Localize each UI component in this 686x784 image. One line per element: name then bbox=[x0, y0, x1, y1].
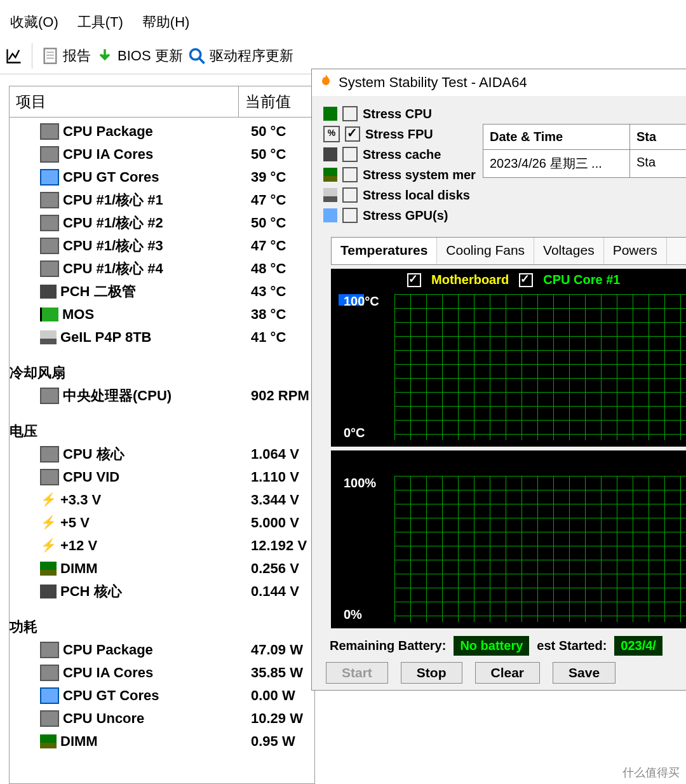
tab-voltages[interactable]: Voltages bbox=[534, 238, 604, 264]
chip-icon bbox=[40, 388, 59, 404]
svg-line-5 bbox=[199, 58, 204, 64]
col-date-time[interactable]: Date & Time bbox=[483, 125, 630, 149]
sensor-row[interactable]: CPU Uncore10.29 W bbox=[10, 707, 314, 730]
sensor-row[interactable]: ⚡+3.3 V3.344 V bbox=[10, 489, 314, 511]
menu-tools[interactable]: 工具(T) bbox=[77, 13, 123, 32]
sensor-row[interactable]: PCH 核心0.144 V bbox=[10, 580, 314, 603]
drive-icon bbox=[323, 188, 337, 202]
sensor-row[interactable]: DIMM0.95 W bbox=[10, 730, 314, 753]
stress-checkbox[interactable] bbox=[342, 187, 358, 203]
ram-icon bbox=[40, 734, 57, 748]
chip-icon bbox=[40, 446, 59, 463]
stress-option[interactable]: Stress GPU(s) bbox=[323, 205, 686, 226]
sensor-row[interactable]: ⚡+5 V5.000 V bbox=[10, 511, 314, 534]
sensor-row[interactable]: CPU GT Cores39 °C bbox=[10, 166, 314, 189]
sensor-row[interactable]: CPU VID1.110 V bbox=[10, 466, 314, 489]
watermark: 什么值得买 bbox=[622, 765, 680, 780]
legend-cpu-core1[interactable]: CPU Core #1 bbox=[543, 273, 620, 287]
sensor-row[interactable]: ⚡+12 V12.192 V bbox=[10, 534, 314, 557]
drive-icon bbox=[40, 330, 57, 344]
menu-help[interactable]: 帮助(H) bbox=[142, 13, 190, 32]
cpu-icon bbox=[323, 107, 337, 121]
col-status[interactable]: Sta bbox=[630, 125, 662, 149]
section-header: 电压 bbox=[10, 420, 314, 443]
sensor-row[interactable]: CPU #1/核心 #448 °C bbox=[10, 257, 314, 280]
stress-checkbox[interactable] bbox=[345, 126, 360, 142]
sensor-row[interactable]: 中央处理器(CPU)902 RPM bbox=[10, 384, 314, 407]
tab-temperatures[interactable]: Temperatures bbox=[332, 238, 437, 264]
stress-checkbox[interactable] bbox=[342, 208, 358, 223]
sensor-row[interactable]: CPU #1/核心 #250 °C bbox=[10, 212, 314, 234]
report-button[interactable]: 报告 bbox=[41, 46, 91, 65]
gpu-icon bbox=[323, 208, 337, 222]
chip-icon bbox=[40, 215, 59, 231]
stress-option[interactable]: Stress local disks bbox=[323, 185, 686, 205]
sensor-row[interactable]: CPU 核心1.064 V bbox=[10, 443, 314, 466]
sensor-row[interactable]: CPU IA Cores35.85 W bbox=[10, 661, 314, 684]
bolt-icon: ⚡ bbox=[40, 539, 57, 553]
event-status[interactable]: Sta bbox=[630, 150, 662, 177]
chart-tabs: Temperatures Cooling Fans Voltages Power… bbox=[331, 237, 686, 265]
section-header: 功耗 bbox=[10, 616, 314, 639]
temperature-chart: Motherboard CPU Core #1 100°C 0°C bbox=[331, 269, 686, 447]
legend-checkbox-motherboard[interactable] bbox=[407, 273, 421, 287]
driver-update-button[interactable]: 驱动程序更新 bbox=[188, 46, 293, 65]
menu-favorites[interactable]: 收藏(O) bbox=[10, 13, 58, 32]
window-titlebar[interactable]: System Stability Test - AIDA64 bbox=[312, 69, 686, 96]
legend-checkbox-cpu1[interactable] bbox=[519, 273, 533, 287]
sensor-row[interactable]: MOS38 °C bbox=[10, 303, 314, 326]
sensor-row[interactable]: CPU Package47.09 W bbox=[10, 639, 314, 661]
ram-icon bbox=[323, 168, 337, 182]
event-log-table: Date & Time Sta 2023/4/26 星期三 ... Sta bbox=[483, 124, 686, 178]
chip-icon bbox=[40, 146, 59, 163]
test-started-label: est Started: bbox=[537, 639, 607, 653]
chart-icon-button[interactable] bbox=[5, 47, 23, 65]
sensor-row[interactable]: DIMM0.256 V bbox=[10, 557, 314, 580]
chip-blue-icon bbox=[40, 169, 59, 186]
sensor-row[interactable]: PCH 二极管43 °C bbox=[10, 280, 314, 303]
sensor-row[interactable]: CPU IA Cores50 °C bbox=[10, 143, 314, 166]
pch-icon bbox=[323, 147, 337, 161]
sensor-row[interactable]: CPU #1/核心 #347 °C bbox=[10, 234, 314, 257]
sensor-row[interactable]: CPU #1/核心 #147 °C bbox=[10, 189, 314, 212]
bolt-icon: ⚡ bbox=[40, 516, 57, 530]
sensor-row[interactable]: CPU GT Cores0.00 W bbox=[10, 684, 314, 707]
chip-icon bbox=[40, 192, 59, 208]
chip-icon bbox=[40, 665, 59, 681]
battery-label: Remaining Battery: bbox=[330, 639, 446, 653]
flame-icon bbox=[318, 73, 333, 92]
bolt-icon: ⚡ bbox=[40, 493, 57, 507]
svg-point-4 bbox=[190, 50, 200, 60]
bios-update-button[interactable]: BIOS 更新 bbox=[96, 46, 183, 65]
stop-button[interactable]: Stop bbox=[401, 662, 462, 684]
utilization-chart: 100% 0% bbox=[331, 450, 686, 628]
save-button[interactable]: Save bbox=[553, 662, 615, 684]
column-header-item[interactable]: 项目 bbox=[10, 86, 239, 117]
tab-powers[interactable]: Powers bbox=[604, 238, 667, 264]
legend-motherboard[interactable]: Motherboard bbox=[431, 273, 509, 287]
battery-value: No battery bbox=[454, 636, 529, 656]
batt-icon bbox=[40, 308, 58, 321]
chip-icon bbox=[40, 238, 59, 254]
chip-icon bbox=[40, 469, 59, 485]
stress-option[interactable]: Stress CPU bbox=[323, 104, 686, 124]
clear-button[interactable]: Clear bbox=[475, 662, 541, 684]
section-header: 冷却风扇 bbox=[10, 362, 314, 384]
start-button[interactable]: Start bbox=[326, 662, 388, 684]
chip-icon bbox=[40, 642, 59, 658]
ram-icon bbox=[40, 562, 57, 576]
stress-checkbox[interactable] bbox=[342, 167, 358, 182]
sensor-row[interactable]: GeIL P4P 8TB41 °C bbox=[10, 326, 314, 349]
column-header-value[interactable]: 当前值 bbox=[239, 86, 314, 117]
sensor-row[interactable]: CPU Package50 °C bbox=[10, 120, 314, 143]
chip-icon bbox=[40, 123, 59, 140]
sensor-panel: 项目 当前值 CPU Package50 °CCPU IA Cores50 °C… bbox=[9, 86, 315, 784]
percent-icon: % bbox=[323, 126, 340, 142]
pch-icon bbox=[40, 585, 57, 598]
event-date[interactable]: 2023/4/26 星期三 ... bbox=[483, 150, 630, 177]
stress-checkbox[interactable] bbox=[342, 147, 358, 162]
menubar: 收藏(O) 工具(T) 帮助(H) bbox=[0, 0, 686, 38]
tab-cooling-fans[interactable]: Cooling Fans bbox=[437, 238, 534, 264]
stress-checkbox[interactable] bbox=[342, 106, 358, 121]
test-started-value: 023/4/ bbox=[614, 636, 662, 656]
